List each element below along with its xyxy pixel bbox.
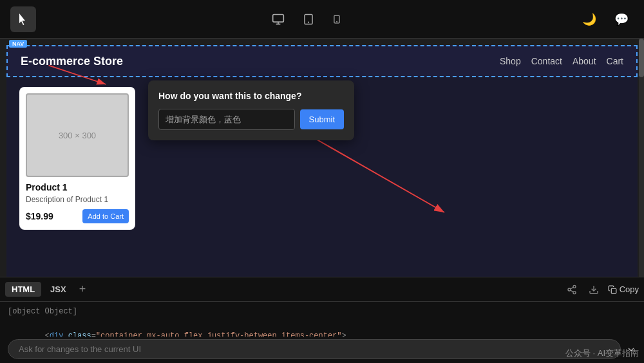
mobile-icon <box>332 13 341 26</box>
arrow-submit <box>303 129 464 225</box>
download-button[interactable] <box>586 282 601 297</box>
popup-input-row: Submit <box>158 109 344 130</box>
change-popup: How do you want this to change? Submit <box>148 80 354 140</box>
svg-rect-0 <box>273 14 284 22</box>
ask-changes-row <box>0 337 644 363</box>
desktop-device-button[interactable] <box>268 9 289 30</box>
share-button[interactable] <box>564 282 580 297</box>
desktop-icon <box>272 13 285 26</box>
svg-point-11 <box>573 285 576 288</box>
tablet-icon <box>303 13 314 26</box>
popup-input[interactable] <box>158 109 295 130</box>
tablet-device-button[interactable] <box>299 9 318 30</box>
code-tabs: HTML JSX + Co <box>0 277 644 302</box>
chevron-down-icon[interactable] <box>626 344 636 355</box>
svg-rect-17 <box>611 288 616 293</box>
cursor-icon <box>17 14 29 25</box>
chat-button[interactable]: 💬 <box>609 8 634 30</box>
nav-link-shop[interactable]: Shop <box>500 56 521 66</box>
product-price: $19.99 <box>26 211 53 221</box>
cursor-button[interactable] <box>10 6 36 32</box>
copy-icon <box>608 285 617 294</box>
nav-link-contact[interactable]: Contact <box>531 56 562 66</box>
toolbar-right: 🌙 💬 <box>577 8 634 30</box>
toolbar-left <box>10 6 36 32</box>
mobile-device-button[interactable] <box>328 9 345 30</box>
product-card: 300 × 300 Product 1 Description of Produ… <box>19 87 135 230</box>
product-name: Product 1 <box>26 182 129 192</box>
tab-actions: Copy <box>564 282 639 297</box>
nav-badge: NAV <box>9 40 27 48</box>
product-footer: $19.99 Add to Cart <box>26 209 129 223</box>
nav-link-about[interactable]: About <box>573 56 596 66</box>
product-image: 300 × 300 <box>26 93 129 177</box>
svg-point-12 <box>568 288 571 291</box>
canvas-area: NAV E-commerce Store Shop Contact About … <box>0 39 644 277</box>
popup-submit-button[interactable]: Submit <box>300 109 344 129</box>
svg-line-15 <box>570 287 573 289</box>
copy-button[interactable]: Copy <box>608 284 639 294</box>
code-area: [object Object] <div class="container mx… <box>0 302 644 337</box>
webpage-preview: NAV E-commerce Store Shop Contact About … <box>6 45 638 277</box>
tab-add-button[interactable]: + <box>75 283 90 296</box>
svg-line-10 <box>309 135 444 212</box>
tab-html[interactable]: HTML <box>5 282 41 297</box>
add-to-cart-button[interactable]: Add to Cart <box>82 209 129 223</box>
nav-logo: E-commerce Store <box>21 55 123 68</box>
svg-point-13 <box>573 291 576 293</box>
scrollbar[interactable] <box>639 39 644 277</box>
bottom-panel: HTML JSX + Co <box>0 277 644 363</box>
nav-links: Shop Contact About Cart <box>500 56 623 66</box>
ask-changes-input[interactable] <box>8 339 621 359</box>
preview-nav: NAV E-commerce Store Shop Contact About … <box>6 45 638 77</box>
tab-jsx[interactable]: JSX <box>44 282 73 297</box>
scrollbar-thumb <box>639 39 644 77</box>
top-toolbar: 🌙 💬 <box>0 0 644 39</box>
popup-title: How do you want this to change? <box>158 91 344 101</box>
toolbar-center <box>268 9 345 30</box>
nav-link-cart[interactable]: Cart <box>607 56 623 66</box>
theme-toggle-button[interactable]: 🌙 <box>577 8 601 30</box>
svg-line-14 <box>570 290 573 292</box>
code-line-1: [object Object] <box>8 306 636 318</box>
share-icon <box>567 284 577 295</box>
code-line-2: <div class="container mx-auto flex justi… <box>8 318 636 337</box>
download-icon <box>589 284 599 295</box>
product-description: Description of Product 1 <box>26 195 129 204</box>
